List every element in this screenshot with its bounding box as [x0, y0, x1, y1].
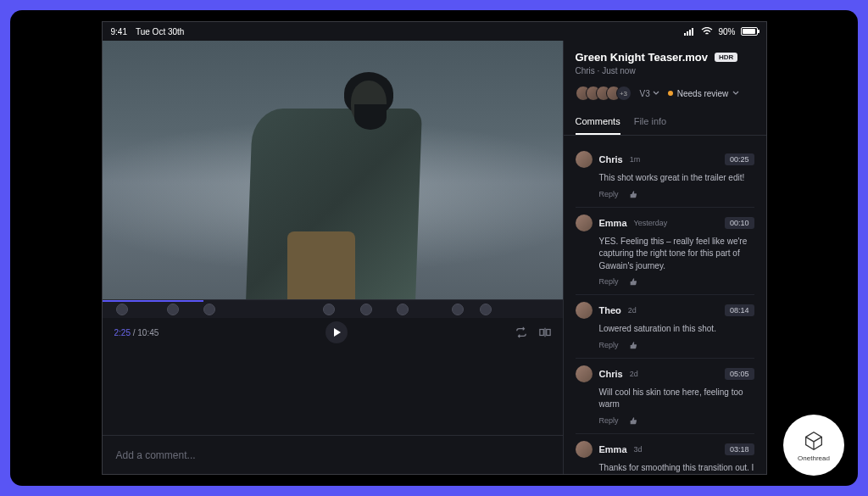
comment-author: Chris: [599, 154, 623, 164]
comment-author: Emma: [599, 218, 627, 228]
video-pane: 2:25 / 10:45 Add a comment...: [103, 41, 563, 474]
video-preview[interactable]: [103, 41, 563, 299]
player-controls: 2:25 / 10:45: [103, 318, 563, 347]
comment-age: 1m: [630, 155, 641, 164]
tab-fileinfo[interactable]: File info: [634, 109, 667, 135]
timeline-markers[interactable]: [103, 299, 563, 318]
timeline-marker[interactable]: [480, 304, 492, 315]
avatar: [576, 441, 593, 458]
avatars-more[interactable]: +3: [616, 86, 632, 101]
review-status[interactable]: Needs review: [668, 89, 740, 98]
comment-age: 2d: [628, 306, 637, 315]
reply-button[interactable]: Reply: [599, 277, 619, 287]
comment-item: Chris1m00:25This shot works great in the…: [576, 144, 754, 208]
compare-icon[interactable]: [539, 326, 551, 338]
current-time: 2:25: [114, 328, 131, 337]
comment-author: Emma: [599, 444, 627, 454]
file-title: Green Knight Teaser.mov: [576, 51, 709, 64]
reply-button[interactable]: Reply: [599, 190, 619, 200]
like-button[interactable]: [629, 341, 637, 351]
side-panel: Green Knight Teaser.mov HDR Chris · Just…: [563, 41, 766, 474]
status-bar: 9:41 Tue Oct 30th 90%: [103, 22, 766, 41]
loop-icon[interactable]: [515, 326, 527, 338]
comment-input[interactable]: Add a comment...: [103, 435, 563, 474]
comment-age: 2d: [630, 370, 638, 378]
like-button[interactable]: [629, 416, 637, 426]
comment-body: This shot works great in the trailer edi…: [599, 172, 754, 185]
comment-item: EmmaYesterday00:10YES. Feeling this – re…: [576, 208, 754, 296]
comment-timestamp[interactable]: 00:25: [725, 153, 754, 165]
app-window: 9:41 Tue Oct 30th 90% 2:25 / 10:45: [102, 21, 767, 475]
play-button[interactable]: [326, 321, 348, 343]
version-selector[interactable]: V3: [640, 89, 659, 98]
avatar: [576, 365, 593, 382]
comment-body: YES. Feeling this – really feel like we'…: [599, 236, 754, 273]
timeline-marker[interactable]: [203, 304, 215, 315]
svg-rect-2: [689, 30, 691, 36]
comment-timestamp[interactable]: 03:18: [725, 443, 754, 455]
timeline-marker[interactable]: [360, 304, 372, 315]
cellular-icon: [684, 27, 696, 36]
comment-author: Chris: [599, 369, 623, 379]
status-date: Tue Oct 30th: [136, 27, 184, 36]
avatar: [576, 151, 593, 168]
timeline-marker[interactable]: [167, 304, 179, 315]
comment-age: Yesterday: [634, 219, 668, 227]
timeline-marker[interactable]: [323, 304, 335, 315]
reply-button[interactable]: Reply: [599, 341, 619, 351]
status-time: 9:41: [111, 27, 127, 36]
avatar: [576, 215, 593, 231]
svg-rect-0: [684, 33, 686, 36]
battery-percent: 90%: [718, 27, 735, 36]
svg-rect-1: [687, 31, 688, 36]
progress-bar: [103, 300, 203, 302]
comment-timestamp[interactable]: 08:14: [725, 304, 754, 316]
comment-timestamp[interactable]: 00:10: [725, 217, 754, 229]
file-subtitle: Chris · Just now: [576, 66, 754, 75]
onethread-logo: Onethread: [783, 415, 844, 476]
timeline-marker[interactable]: [452, 304, 464, 315]
comment-body: Lowered saturation in this shot.: [599, 323, 754, 336]
comment-item: Chris2d05:05Will cool his skin tone here…: [576, 359, 754, 434]
collaborator-avatars[interactable]: +3: [576, 86, 632, 101]
svg-rect-3: [692, 28, 693, 36]
wifi-icon: [701, 27, 713, 36]
comment-item: Emma3d03:18Thanks for smoothing this tra…: [576, 434, 754, 475]
timeline-marker[interactable]: [397, 304, 409, 315]
svg-rect-4: [539, 330, 542, 336]
svg-rect-5: [546, 330, 549, 336]
reply-button[interactable]: Reply: [599, 416, 619, 426]
comment-item: Theo2d08:14Lowered saturation in this sh…: [576, 295, 754, 359]
comments-list: Chris1m00:25This shot works great in the…: [564, 136, 766, 474]
total-time: 10:45: [137, 328, 159, 337]
comment-age: 3d: [634, 445, 643, 454]
avatar: [576, 302, 593, 319]
comment-body: Thanks for smoothing this transition out…: [599, 462, 754, 475]
timeline-marker[interactable]: [116, 304, 128, 315]
comment-timestamp[interactable]: 05:05: [725, 368, 754, 380]
battery-icon: [741, 27, 758, 36]
comment-body: Will cool his skin tone here, feeling to…: [599, 387, 754, 411]
like-button[interactable]: [629, 277, 637, 287]
like-button[interactable]: [629, 190, 637, 200]
tab-comments[interactable]: Comments: [576, 109, 620, 135]
hdr-badge: HDR: [715, 53, 737, 62]
comment-author: Theo: [599, 305, 621, 315]
